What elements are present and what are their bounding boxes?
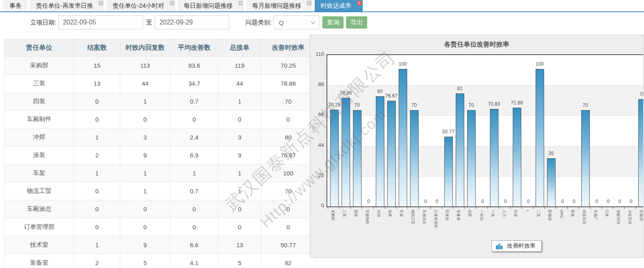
table-row: 技术室196.61350.77 xyxy=(4,236,315,254)
table-cell: 78.86 xyxy=(261,75,315,93)
table-cell: 0 xyxy=(170,111,218,128)
x-axis-category-label: 物流工贸 xyxy=(410,210,415,224)
bar-value-label: 71.88 xyxy=(508,100,526,106)
table-cell: 9 xyxy=(120,236,170,254)
tab-5[interactable]: 每月新增问题推移× xyxy=(246,0,313,11)
y-axis-tick-label: 0 xyxy=(310,202,324,208)
tab-bar: 事务责任单位-再发率日推×责任单位-24小时对×每日新增问题推移×每月新增问题推… xyxy=(0,0,644,12)
x-axis-category-label: 冲焊 xyxy=(376,210,381,217)
tab-close-icon[interactable]: × xyxy=(170,1,174,5)
query-button[interactable]: 查询 xyxy=(322,16,344,29)
x-axis-category-label: 联发 xyxy=(570,210,575,217)
table-cell: 1 xyxy=(218,93,261,111)
table-cell: 9 xyxy=(120,146,170,164)
x-axis-tick xyxy=(385,206,385,209)
table-cell: 0 xyxy=(170,200,218,218)
x-axis-tick xyxy=(545,206,545,209)
bar-value-label: 70 xyxy=(405,102,423,108)
tab-close-icon[interactable]: × xyxy=(99,1,103,5)
x-axis-tick xyxy=(636,206,636,209)
table-cell: 70 xyxy=(261,182,315,200)
table-cell: 0 xyxy=(218,200,261,218)
bar-value-label: 0 xyxy=(359,199,377,204)
date-from-input[interactable] xyxy=(58,16,143,29)
date-range-label: 立项日期: xyxy=(30,19,56,27)
tab-1[interactable]: 事务 xyxy=(3,0,28,11)
tab-4[interactable]: 每日新增问题推移× xyxy=(178,0,244,11)
table-row: 物流工贸010.7170 xyxy=(4,182,315,200)
x-axis-tick xyxy=(579,206,579,209)
table-cell: 装备室 xyxy=(4,254,74,268)
table-cell: 50.77 xyxy=(261,236,315,254)
bar-二装 xyxy=(536,69,544,206)
chart-title: 各责任单位改善时效率 xyxy=(310,40,643,49)
x-axis-tick xyxy=(602,206,602,209)
x-axis-category-label: 订单管理部 xyxy=(433,210,438,228)
y-axis-tick-label: 110 xyxy=(310,51,324,57)
x-axis-tick xyxy=(408,206,408,209)
table-row: 车架1111100 xyxy=(4,164,315,182)
table-row: 四装010.7170 xyxy=(4,93,315,111)
split-area-band xyxy=(327,146,644,176)
y-axis-tick-label: 44 xyxy=(310,142,324,148)
bar-value-label: 70 xyxy=(462,102,480,108)
x-axis-category-label: 车厢涂总 xyxy=(421,210,427,224)
x-axis-tick xyxy=(430,206,431,209)
tab-6[interactable]: 时效达成率× xyxy=(315,0,363,11)
tab-3[interactable]: 责任单位-24小时对× xyxy=(106,0,176,11)
bar-value-label: 82 xyxy=(451,86,469,91)
table-cell: 113 xyxy=(120,57,170,75)
table-cell: 9 xyxy=(218,146,261,164)
bar-value-label: 76.67 xyxy=(382,93,400,99)
x-axis-category-label: 车架 xyxy=(399,210,404,217)
table-cell: 5 xyxy=(120,254,170,268)
category-label: 问题类别: xyxy=(245,19,271,27)
tab-close-icon[interactable]: × xyxy=(357,1,362,5)
bar-三装 xyxy=(342,98,350,206)
chart-plot-area: 70.2578.867008076.67100700050.778270070.… xyxy=(326,54,644,207)
table-row: 冲焊132.4380 xyxy=(4,128,315,146)
table-cell: 冲焊 xyxy=(4,128,74,146)
table-cell: 0 xyxy=(74,93,120,111)
table-header-row: 责任单位结案数时效内回复数平均改善数总接单改善时效率 xyxy=(4,39,315,57)
table-cell: 技术室 xyxy=(4,236,74,254)
bar-品质 xyxy=(467,110,476,206)
gridline xyxy=(327,85,644,86)
tab-2[interactable]: 责任单位-再发率日推× xyxy=(30,0,104,11)
x-axis-category-label: 技改 xyxy=(513,210,518,217)
table-cell: 0 xyxy=(261,111,315,128)
table-cell: 44 xyxy=(218,75,261,93)
legend-label: 改善时效率 xyxy=(507,242,536,250)
chart-legend[interactable]: 改善时效率 xyxy=(492,240,542,252)
bar-value-label: 78 xyxy=(633,91,644,97)
bar-车厢焊 xyxy=(638,99,644,206)
table-cell: 15 xyxy=(74,57,120,75)
x-axis-tick xyxy=(624,206,625,209)
x-axis-tick xyxy=(510,206,511,209)
column-header: 结案数 xyxy=(74,39,120,57)
table-cell: 6.9 xyxy=(170,146,218,164)
bar-冲焊 xyxy=(376,96,384,206)
table-cell: 1 xyxy=(120,164,170,182)
chart-panel: 各责任单位改善时效率 70.2578.867008076.67100700050… xyxy=(310,35,644,258)
x-axis-tick xyxy=(396,206,397,209)
table-cell: 1 xyxy=(218,182,261,200)
table-cell: 44 xyxy=(120,75,170,93)
column-header: 时效内回复数 xyxy=(120,39,170,57)
x-axis-tick xyxy=(556,206,556,209)
tab-close-icon[interactable]: × xyxy=(238,1,243,5)
category-select[interactable]: Q xyxy=(273,16,319,29)
bar-value-label: 0 xyxy=(496,199,514,204)
chevron-down-icon xyxy=(311,19,315,24)
table-cell: 车厢涂总 xyxy=(4,200,74,218)
bar-value-label: 0 xyxy=(565,199,583,204)
x-axis-category-label: 品质 xyxy=(467,210,472,217)
tab-close-icon[interactable]: × xyxy=(307,1,311,5)
export-button[interactable]: 导出 xyxy=(346,16,367,29)
date-to-input[interactable] xyxy=(155,16,229,29)
table-cell: 0.7 xyxy=(170,182,218,200)
category-select-value: Q xyxy=(279,19,284,26)
table-cell: 0 xyxy=(74,218,120,236)
x-axis-category-label: 二装 xyxy=(536,210,541,217)
table-row: 涂装296.9976.67 xyxy=(4,146,315,164)
